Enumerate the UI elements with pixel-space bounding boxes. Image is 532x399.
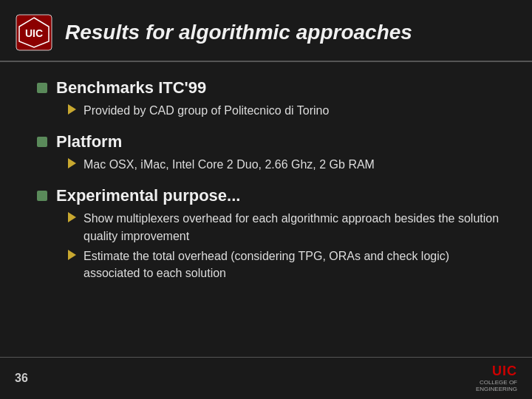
section-platform: Platform Mac OSX, iMac, Intel Core 2 Duo…	[37, 132, 502, 173]
section-platform-title: Platform	[56, 132, 122, 151]
platform-sub-items: Mac OSX, iMac, Intel Core 2 Duo, 2.66 Gh…	[37, 156, 502, 173]
experimental-sub-items: Show multiplexers overhead for each algo…	[37, 210, 502, 282]
experimental-item-2: Estimate the total overhead (considering…	[83, 248, 502, 282]
section-benchmarks-header: Benchmarks ITC'99	[37, 78, 502, 98]
arrow-icon	[68, 250, 76, 260]
list-item: Mac OSX, iMac, Intel Core 2 Duo, 2.66 Gh…	[68, 156, 502, 173]
section-experimental-header: Experimental purpose...	[37, 186, 502, 205]
section-experimental-title: Experimental purpose...	[56, 186, 240, 205]
benchmarks-item-1: Provided by CAD group of Politecnico di …	[83, 102, 329, 119]
list-item: Estimate the total overhead (considering…	[68, 248, 502, 282]
university-logo: UIC	[15, 13, 53, 52]
section-benchmarks: Benchmarks ITC'99 Provided by CAD group …	[37, 78, 502, 119]
section-experimental: Experimental purpose... Show multiplexer…	[37, 186, 502, 282]
section-platform-header: Platform	[37, 132, 502, 151]
arrow-icon	[68, 104, 76, 115]
uic-label: UIC	[492, 364, 517, 379]
experimental-item-1: Show multiplexers overhead for each algo…	[83, 210, 502, 244]
uic-footer-logo: UIC COLLEGE OF ENGINEERING	[476, 364, 517, 393]
arrow-icon	[68, 212, 76, 222]
platform-item-1: Mac OSX, iMac, Intel Core 2 Duo, 2.66 Gh…	[83, 156, 375, 173]
benchmarks-sub-items: Provided by CAD group of Politecnico di …	[37, 102, 502, 119]
bullet-icon	[37, 191, 47, 201]
list-item: Provided by CAD group of Politecnico di …	[68, 102, 502, 119]
arrow-icon	[68, 158, 76, 168]
bullet-icon	[37, 137, 47, 147]
slide-title: Results for algorithmic approaches	[65, 21, 412, 44]
svg-text:UIC: UIC	[25, 27, 43, 39]
uic-sub1: COLLEGE OF	[480, 379, 517, 386]
section-benchmarks-title: Benchmarks ITC'99	[56, 78, 206, 98]
bullet-icon	[37, 83, 47, 93]
slide-content: Benchmarks ITC'99 Provided by CAD group …	[0, 62, 532, 357]
slide-number: 36	[15, 372, 28, 385]
slide-footer: 36 UIC COLLEGE OF ENGINEERING	[0, 357, 532, 399]
uic-sub2: ENGINEERING	[476, 386, 517, 393]
slide-header: UIC Results for algorithmic approaches	[0, 0, 532, 62]
list-item: Show multiplexers overhead for each algo…	[68, 210, 502, 244]
slide: UIC Results for algorithmic approaches B…	[0, 0, 532, 399]
